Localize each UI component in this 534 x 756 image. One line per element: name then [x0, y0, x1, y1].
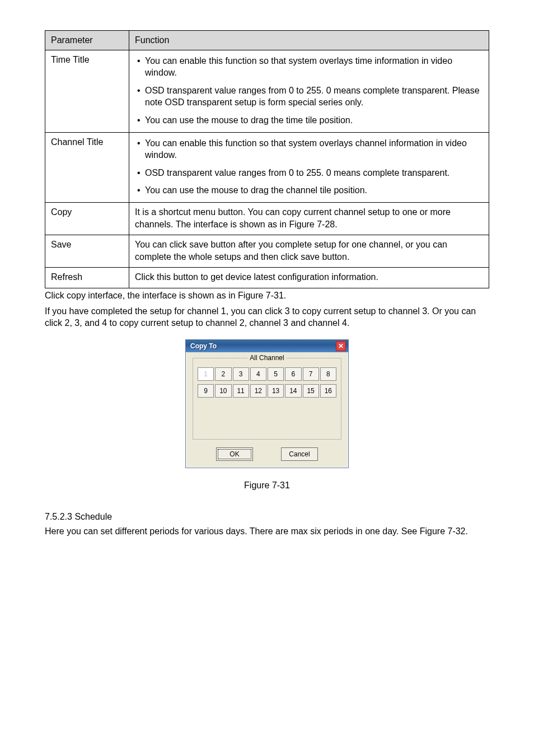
channel-button-8[interactable]: 8: [320, 367, 336, 381]
parameter-table: Parameter Function Time Title You can en…: [45, 30, 489, 288]
channel-button-6[interactable]: 6: [285, 367, 301, 381]
body-text: If you have completed the setup for chan…: [45, 305, 489, 329]
close-icon[interactable]: ✕: [336, 341, 346, 351]
bullet: OSD transparent value ranges from 0 to 2…: [145, 83, 483, 110]
channel-button-15[interactable]: 15: [303, 384, 319, 398]
channel-button-9[interactable]: 9: [198, 384, 214, 398]
channel-button-13[interactable]: 13: [268, 384, 284, 398]
section-text: Here you can set different periods for v…: [45, 525, 489, 538]
cell-func: You can enable this function so that sys…: [129, 50, 489, 132]
cell-func: You can enable this function so that sys…: [129, 132, 489, 202]
channel-button-5[interactable]: 5: [268, 367, 284, 381]
bullet: You can enable this function so that sys…: [145, 54, 483, 80]
bullet: You can use the mouse to drag the channe…: [145, 183, 483, 198]
bullet: You can enable this function so that sys…: [145, 136, 483, 162]
table-row: Refresh Click this button to get device …: [45, 268, 489, 288]
channel-row-2: 9 10 11 12 13 14 15 16: [198, 384, 336, 398]
table-row: Save You can click save button after you…: [45, 235, 489, 268]
cell-param: Time Title: [45, 50, 129, 132]
cell-param: Copy: [45, 202, 129, 235]
th-parameter: Parameter: [45, 31, 129, 50]
table-row: Time Title You can enable this function …: [45, 50, 489, 132]
cell-param: Refresh: [45, 268, 129, 288]
body-text: Click copy interface, the interface is s…: [45, 290, 489, 302]
cell-param: Save: [45, 235, 129, 268]
table-row: Channel Title You can enable this functi…: [45, 132, 489, 202]
close-x: ✕: [338, 343, 344, 349]
channel-button-12[interactable]: 12: [250, 384, 266, 398]
dialog-title: Copy To: [190, 342, 217, 350]
channel-button-4[interactable]: 4: [250, 367, 266, 381]
channel-button-2[interactable]: 2: [215, 367, 231, 381]
channel-button-14[interactable]: 14: [285, 384, 301, 398]
channel-button-11[interactable]: 11: [233, 384, 249, 398]
table-row: Copy It is a shortcut menu button. You c…: [45, 202, 489, 235]
cell-func: Click this button to get device latest c…: [129, 268, 489, 288]
all-channel-group: All Channel 1 2 3 4 5 6 7 8: [193, 358, 341, 440]
group-label: All Channel: [247, 354, 286, 362]
copy-to-dialog: Copy To ✕ All Channel 1 2 3 4 5: [185, 339, 349, 468]
bullet: OSD transparent value ranges from 0 to 2…: [145, 166, 483, 180]
figure-caption: Figure 7-31: [45, 480, 489, 491]
ok-button[interactable]: OK: [216, 447, 253, 461]
bullet: You can use the mouse to drag the time t…: [145, 113, 483, 128]
dialog-titlebar[interactable]: Copy To ✕: [186, 340, 348, 352]
channel-row-1: 1 2 3 4 5 6 7 8: [198, 367, 336, 381]
cell-func: It is a shortcut menu button. You can co…: [129, 202, 489, 235]
channel-button-3[interactable]: 3: [233, 367, 249, 381]
channel-button-10[interactable]: 10: [215, 384, 231, 398]
th-function: Function: [129, 31, 489, 50]
cell-param: Channel Title: [45, 132, 129, 202]
section-heading: 7.5.2.3 Schedule: [45, 512, 489, 522]
channel-button-16[interactable]: 16: [320, 384, 336, 398]
cancel-button[interactable]: Cancel: [281, 447, 318, 461]
cell-func: You can click save button after you comp…: [129, 235, 489, 268]
channel-button-1[interactable]: 1: [198, 367, 214, 381]
channel-button-7[interactable]: 7: [303, 367, 319, 381]
